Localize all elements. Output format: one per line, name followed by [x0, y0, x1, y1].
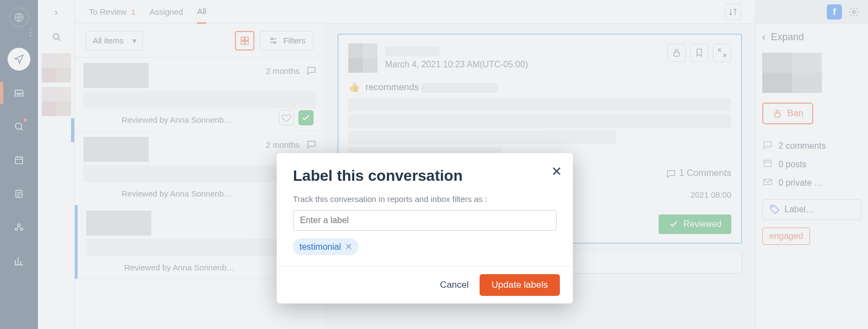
- chip-label: testimonial: [299, 242, 341, 252]
- chip-remove[interactable]: ✕: [345, 242, 352, 252]
- label-input[interactable]: [293, 210, 557, 231]
- label-modal: ✕ Label this conversation Track this con…: [277, 153, 573, 303]
- modal-close-button[interactable]: ✕: [551, 164, 562, 179]
- cancel-button[interactable]: Cancel: [440, 280, 469, 290]
- modal-title: Label this conversation: [293, 167, 557, 185]
- modal-subtitle: Track this conversation in reports and i…: [293, 194, 557, 204]
- update-labels-button[interactable]: Update labels: [480, 274, 560, 296]
- label-chip: testimonial ✕: [293, 238, 359, 255]
